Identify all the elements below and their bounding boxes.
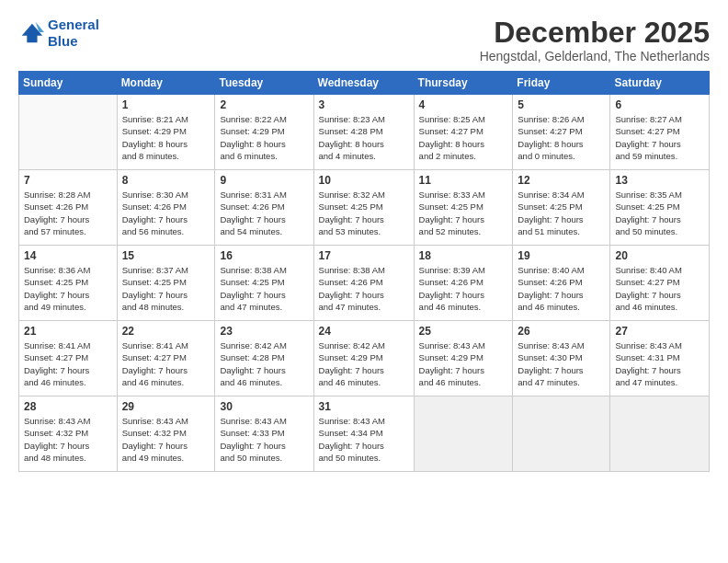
day-number: 20 [615,249,704,262]
calendar-cell: 5Sunrise: 8:26 AMSunset: 4:27 PMDaylight… [513,95,610,170]
calendar-cell: 29Sunrise: 8:43 AMSunset: 4:32 PMDayligh… [117,396,215,472]
day-info: Sunrise: 8:26 AMSunset: 4:27 PMDaylight:… [518,113,605,162]
day-info: Sunrise: 8:34 AMSunset: 4:25 PMDaylight:… [518,189,605,237]
day-info: Sunrise: 8:33 AMSunset: 4:25 PMDaylight:… [419,189,508,237]
day-info: Sunrise: 8:43 AMSunset: 4:29 PMDaylight:… [419,339,508,388]
calendar-cell [610,396,710,472]
day-info: Sunrise: 8:38 AMSunset: 4:25 PMDaylight:… [220,264,308,313]
day-number: 22 [122,325,210,338]
col-friday: Friday [513,72,610,95]
day-number: 9 [220,174,308,187]
col-saturday: Saturday [610,72,710,95]
calendar-cell: 14Sunrise: 8:36 AMSunset: 4:25 PMDayligh… [19,246,118,321]
calendar-cell: 10Sunrise: 8:32 AMSunset: 4:25 PMDayligh… [313,170,414,246]
day-number: 4 [419,98,508,111]
day-number: 29 [122,400,210,413]
header: General Blue December 2025 Hengstdal, Ge… [18,17,710,63]
calendar-cell: 27Sunrise: 8:43 AMSunset: 4:31 PMDayligh… [610,321,710,396]
day-number: 18 [419,249,508,262]
calendar-cell: 24Sunrise: 8:42 AMSunset: 4:29 PMDayligh… [313,321,414,396]
col-thursday: Thursday [414,72,513,95]
day-number: 10 [319,174,409,187]
calendar-cell: 30Sunrise: 8:43 AMSunset: 4:33 PMDayligh… [215,396,313,472]
calendar-cell: 12Sunrise: 8:34 AMSunset: 4:25 PMDayligh… [513,170,610,246]
calendar-cell [414,396,513,472]
calendar-cell: 15Sunrise: 8:37 AMSunset: 4:25 PMDayligh… [117,246,215,321]
day-number: 6 [615,98,704,111]
logo: General Blue [18,17,99,50]
calendar: Sunday Monday Tuesday Wednesday Thursday… [18,71,710,472]
day-number: 13 [615,174,704,187]
day-info: Sunrise: 8:43 AMSunset: 4:33 PMDaylight:… [220,415,308,464]
day-info: Sunrise: 8:31 AMSunset: 4:26 PMDaylight:… [220,189,308,237]
col-tuesday: Tuesday [215,72,313,95]
page: General Blue December 2025 Hengstdal, Ge… [0,0,728,563]
col-monday: Monday [117,72,215,95]
logo-icon [18,20,44,46]
day-number: 16 [220,249,308,262]
calendar-cell: 4Sunrise: 8:25 AMSunset: 4:27 PMDaylight… [414,95,513,170]
day-number: 15 [122,249,210,262]
day-info: Sunrise: 8:43 AMSunset: 4:32 PMDaylight:… [122,415,210,464]
day-number: 26 [518,325,605,338]
day-number: 17 [319,249,409,262]
calendar-cell: 18Sunrise: 8:39 AMSunset: 4:26 PMDayligh… [414,246,513,321]
calendar-week-1: 1Sunrise: 8:21 AMSunset: 4:29 PMDaylight… [19,95,710,170]
day-number: 25 [419,325,508,338]
day-number: 12 [518,174,605,187]
day-info: Sunrise: 8:41 AMSunset: 4:27 PMDaylight:… [24,339,112,388]
calendar-cell: 11Sunrise: 8:33 AMSunset: 4:25 PMDayligh… [414,170,513,246]
calendar-cell: 21Sunrise: 8:41 AMSunset: 4:27 PMDayligh… [19,321,118,396]
col-sunday: Sunday [19,72,118,95]
calendar-cell: 9Sunrise: 8:31 AMSunset: 4:26 PMDaylight… [215,170,313,246]
calendar-header-row: Sunday Monday Tuesday Wednesday Thursday… [19,72,710,95]
day-info: Sunrise: 8:41 AMSunset: 4:27 PMDaylight:… [122,339,210,388]
day-info: Sunrise: 8:28 AMSunset: 4:26 PMDaylight:… [24,189,112,237]
day-number: 7 [24,174,112,187]
day-info: Sunrise: 8:43 AMSunset: 4:30 PMDaylight:… [518,339,605,388]
day-number: 21 [24,325,112,338]
day-number: 31 [319,400,409,413]
calendar-cell: 3Sunrise: 8:23 AMSunset: 4:28 PMDaylight… [313,95,414,170]
calendar-cell: 8Sunrise: 8:30 AMSunset: 4:26 PMDaylight… [117,170,215,246]
calendar-cell: 25Sunrise: 8:43 AMSunset: 4:29 PMDayligh… [414,321,513,396]
calendar-week-5: 28Sunrise: 8:43 AMSunset: 4:32 PMDayligh… [19,396,710,472]
day-info: Sunrise: 8:21 AMSunset: 4:29 PMDaylight:… [122,113,210,162]
calendar-cell: 26Sunrise: 8:43 AMSunset: 4:30 PMDayligh… [513,321,610,396]
logo-text: General Blue [48,17,99,50]
day-info: Sunrise: 8:40 AMSunset: 4:27 PMDaylight:… [615,264,704,313]
calendar-cell: 6Sunrise: 8:27 AMSunset: 4:27 PMDaylight… [610,95,710,170]
calendar-week-3: 14Sunrise: 8:36 AMSunset: 4:25 PMDayligh… [19,246,710,321]
day-info: Sunrise: 8:23 AMSunset: 4:28 PMDaylight:… [319,113,409,162]
day-number: 5 [518,98,605,111]
day-number: 3 [319,98,409,111]
day-number: 27 [615,325,704,338]
day-number: 24 [319,325,409,338]
day-info: Sunrise: 8:40 AMSunset: 4:26 PMDaylight:… [518,264,605,313]
day-info: Sunrise: 8:43 AMSunset: 4:32 PMDaylight:… [24,415,112,464]
day-info: Sunrise: 8:38 AMSunset: 4:26 PMDaylight:… [319,264,409,313]
day-number: 19 [518,249,605,262]
subtitle: Hengstdal, Gelderland, The Netherlands [480,49,710,63]
calendar-cell: 19Sunrise: 8:40 AMSunset: 4:26 PMDayligh… [513,246,610,321]
day-number: 11 [419,174,508,187]
calendar-cell: 20Sunrise: 8:40 AMSunset: 4:27 PMDayligh… [610,246,710,321]
day-number: 1 [122,98,210,111]
day-info: Sunrise: 8:43 AMSunset: 4:34 PMDaylight:… [319,415,409,464]
calendar-cell: 13Sunrise: 8:35 AMSunset: 4:25 PMDayligh… [610,170,710,246]
day-info: Sunrise: 8:42 AMSunset: 4:29 PMDaylight:… [319,339,409,388]
day-number: 28 [24,400,112,413]
calendar-week-2: 7Sunrise: 8:28 AMSunset: 4:26 PMDaylight… [19,170,710,246]
calendar-cell [513,396,610,472]
calendar-cell: 1Sunrise: 8:21 AMSunset: 4:29 PMDaylight… [117,95,215,170]
calendar-cell: 7Sunrise: 8:28 AMSunset: 4:26 PMDaylight… [19,170,118,246]
calendar-cell: 22Sunrise: 8:41 AMSunset: 4:27 PMDayligh… [117,321,215,396]
day-number: 23 [220,325,308,338]
calendar-cell: 23Sunrise: 8:42 AMSunset: 4:28 PMDayligh… [215,321,313,396]
day-info: Sunrise: 8:37 AMSunset: 4:25 PMDaylight:… [122,264,210,313]
day-info: Sunrise: 8:39 AMSunset: 4:26 PMDaylight:… [419,264,508,313]
calendar-cell: 2Sunrise: 8:22 AMSunset: 4:29 PMDaylight… [215,95,313,170]
day-number: 14 [24,249,112,262]
calendar-cell: 28Sunrise: 8:43 AMSunset: 4:32 PMDayligh… [19,396,118,472]
calendar-week-4: 21Sunrise: 8:41 AMSunset: 4:27 PMDayligh… [19,321,710,396]
